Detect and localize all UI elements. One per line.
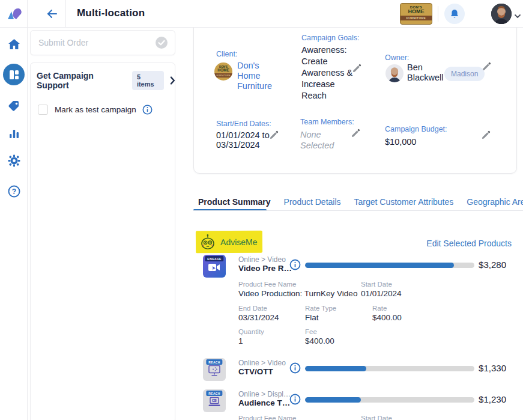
owner-label: Owner: <box>385 53 409 62</box>
back-button[interactable] <box>37 0 66 28</box>
reach-badge: REACH <box>206 391 222 396</box>
start-date-field: Start Date <box>361 415 392 420</box>
edit-goals-icon[interactable] <box>352 63 362 73</box>
sidebar-item-tags[interactable] <box>0 100 28 112</box>
dates-value: 01/01/2024 to 03/31/2024 <box>216 130 274 150</box>
help-icon: ? <box>8 185 20 198</box>
product-tabs: Product Summary Product Details Target C… <box>198 197 523 207</box>
test-campaign-row: Mark as test campaign <box>30 102 175 117</box>
app-logo[interactable] <box>0 0 28 28</box>
check-circle-icon <box>154 35 169 50</box>
edit-team-icon[interactable] <box>351 128 361 138</box>
edit-owner-icon[interactable] <box>482 61 492 72</box>
tabs-divider <box>193 210 523 211</box>
support-label: Get Campaign Support <box>37 71 127 90</box>
gear-icon <box>8 154 20 167</box>
video-camera-icon <box>208 263 221 272</box>
svg-text:?: ? <box>11 187 16 196</box>
sidebar-item-campaigns[interactable] <box>0 64 28 85</box>
edit-dates-icon[interactable] <box>269 130 279 140</box>
budget-progress-fill <box>305 263 454 268</box>
budget-progress-fill <box>305 366 366 371</box>
app-screen: Multi-location DON'S HOME FURNITURE <box>0 0 523 420</box>
support-items-badge: 5 items <box>132 71 164 90</box>
client-logo: DON'S HOME FURNITURE <box>400 3 432 25</box>
notifications-button[interactable] <box>444 4 465 24</box>
test-campaign-label: Mark as test campaign <box>55 105 136 114</box>
product-row-audience-targeting: REACH AD Online > Displ… Audience T… $1,… <box>193 389 517 415</box>
owner-avatar <box>385 64 404 82</box>
test-campaign-checkbox[interactable] <box>38 105 48 115</box>
product-price: $1,330 <box>479 363 506 373</box>
tab-product-summary[interactable]: Product Summary <box>198 197 271 207</box>
avatar-image <box>491 4 512 24</box>
product-tile-engage: ENGAGE <box>203 255 226 278</box>
sidebar-item-help[interactable]: ? <box>0 185 28 198</box>
bell-icon <box>449 8 460 20</box>
quantity-field: Quantity 1 <box>238 328 264 345</box>
team-value: None Selected <box>300 129 343 151</box>
team-label: Team Members: <box>300 118 354 126</box>
info-icon[interactable] <box>289 394 301 405</box>
submit-order-card[interactable]: Submit Order <box>30 30 175 55</box>
edit-selected-products-link[interactable]: Edit Selected Products <box>422 239 512 248</box>
tab-product-details[interactable]: Product Details <box>284 197 341 207</box>
sidebar-item-settings[interactable] <box>0 154 28 167</box>
product-row-ctv-ott: REACH Online > Video CTV/OTT $1,330 <box>193 358 517 383</box>
robot-icon <box>200 234 216 250</box>
rate-field: Rate $400.00 <box>372 305 402 322</box>
fee-field: Fee $400.00 <box>305 328 334 345</box>
info-icon[interactable] <box>142 105 153 115</box>
get-campaign-support[interactable]: Get Campaign Support 5 items <box>30 71 175 90</box>
budget-value: $10,000 <box>385 136 416 148</box>
edit-budget-icon[interactable] <box>481 130 491 140</box>
user-avatar[interactable] <box>491 4 512 24</box>
client-logo-thumb: DON'S HOME FURNITURE <box>214 62 232 81</box>
advise-me-button[interactable]: AdviseMe <box>196 231 262 254</box>
page-title: Multi-location <box>77 7 145 19</box>
sidebar-item-home[interactable] <box>0 38 28 50</box>
budget-label: Campaign Budget: <box>385 125 447 133</box>
chevron-down-icon <box>514 14 521 19</box>
chevron-right-icon <box>170 76 175 85</box>
info-icon[interactable] <box>289 259 301 270</box>
fee-name-field: Product Fee Name <box>238 415 297 420</box>
fee-name-field: Product Fee Name Video Production: TurnK… <box>238 281 357 298</box>
product-name: CTV/OTT <box>238 367 273 376</box>
sidebar-item-reports[interactable] <box>0 128 28 139</box>
budget-progress-bar <box>305 263 474 268</box>
ctv-monitor-icon <box>208 365 221 377</box>
top-bar: Multi-location DON'S HOME FURNITURE <box>0 0 523 28</box>
end-date-field: End Date 03/31/2024 <box>238 305 279 322</box>
budget-progress-bar <box>305 366 474 371</box>
start-date-field: Start Date 01/01/2024 <box>361 281 402 298</box>
info-icon[interactable] <box>289 362 301 374</box>
engage-badge: ENGAGE <box>205 256 223 261</box>
bar-chart-icon <box>8 128 20 139</box>
owner-name: Ben Blackwell <box>407 62 447 83</box>
product-tile-reach: REACH AD <box>203 389 226 412</box>
tab-target-customer-attributes[interactable]: Target Customer Attributes <box>354 197 454 207</box>
client-name-link[interactable]: Don's Home Furniture <box>237 61 284 91</box>
submit-order-label: Submit Order <box>38 38 154 47</box>
app-logo-icon <box>6 7 22 20</box>
svg-text:AD: AD <box>213 400 216 403</box>
dashboard-icon <box>9 70 19 80</box>
product-tile-reach: REACH <box>203 358 226 381</box>
product-price: $1,230 <box>479 394 506 404</box>
tab-geographic-areas[interactable]: Geographic Areas <box>467 197 523 207</box>
goals-value: Awareness: Create Awareness & Increase R… <box>301 44 359 102</box>
account-menu-caret[interactable] <box>514 10 521 21</box>
active-item-circle <box>3 64 25 85</box>
product-category: Online > Displ… <box>238 390 291 398</box>
back-arrow-icon <box>45 8 58 20</box>
topbar-divider <box>438 6 438 22</box>
tag-icon <box>8 100 20 112</box>
product-category: Online > Video <box>238 255 286 264</box>
product-name: Video Pre R… <box>238 264 292 273</box>
dates-label: Start/End Dates: <box>216 120 271 128</box>
home-icon <box>8 38 20 50</box>
budget-progress-fill <box>305 397 361 403</box>
owner-location-badge: Madison <box>444 67 485 81</box>
goals-label: Campaign Goals: <box>301 34 360 42</box>
